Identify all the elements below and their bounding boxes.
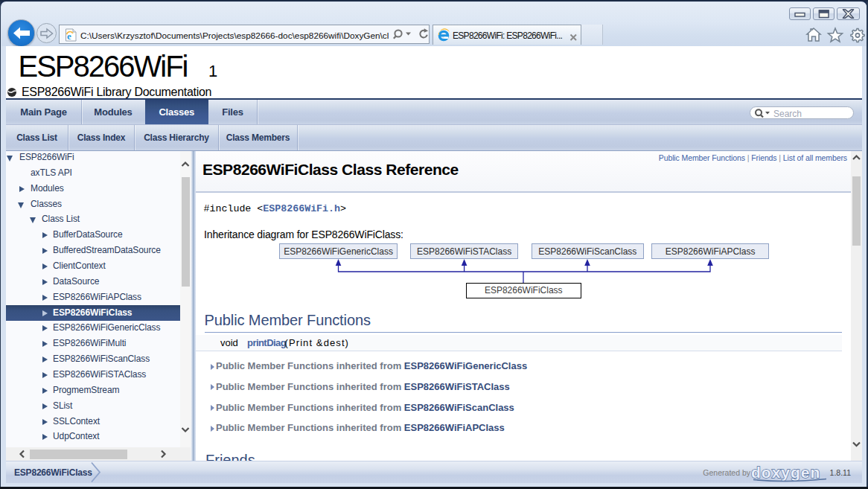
svg-text:e: e [67, 31, 71, 42]
svg-text:doxygen: doxygen [751, 464, 820, 481]
